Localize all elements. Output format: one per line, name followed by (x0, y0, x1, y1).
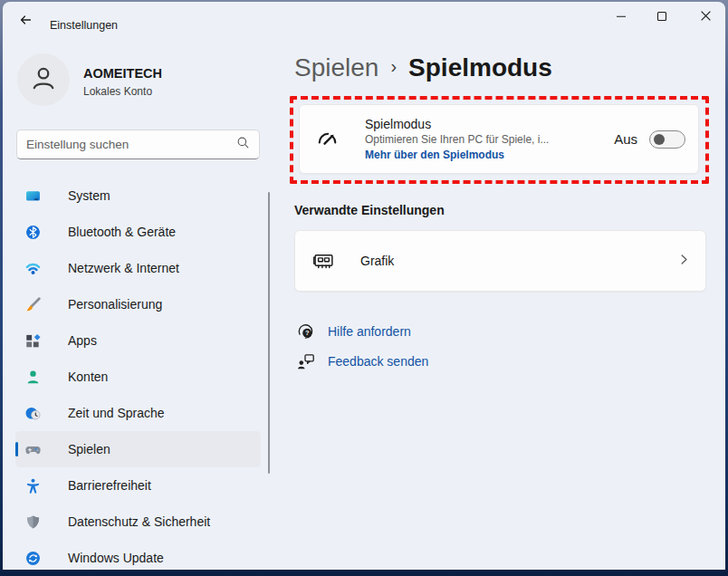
maximize-icon (656, 9, 667, 25)
sidebar-item-label: Zeit und Sprache (68, 406, 165, 420)
sidebar-item-gaming[interactable]: Spielen (15, 431, 261, 467)
game-mode-text: Spielmodus Optimieren Sie Ihren PC für S… (365, 116, 614, 163)
minimize-icon (616, 9, 627, 25)
sidebar-item-label: System (68, 188, 110, 203)
sidebar-item-personalization[interactable]: Personalisierung (15, 286, 261, 322)
person-icon (28, 62, 59, 97)
highlight-annotation: Spielmodus Optimieren Sie Ihren PC für S… (290, 96, 709, 184)
chevron-right-icon (677, 253, 691, 270)
minimize-button[interactable] (601, 2, 641, 33)
close-icon (700, 9, 712, 25)
privacy-icon (25, 514, 41, 530)
sidebar-item-label: Konten (68, 370, 108, 384)
get-help-icon: ? (297, 322, 315, 341)
account-type: Lokales Konto (83, 85, 152, 98)
send-feedback-label: Feedback senden (328, 354, 428, 369)
breadcrumb-parent[interactable]: Spielen (294, 53, 378, 82)
sidebar-item-label: Windows Update (68, 551, 164, 565)
time-language-icon (25, 406, 41, 421)
sidebar-item-label: Datenschutz & Sicherheit (68, 514, 210, 529)
page-title: Spielmodus (408, 53, 552, 82)
feedback-icon (297, 352, 315, 370)
sidebar-item-label: Netzwerk & Internet (68, 261, 179, 275)
sidebar-item-label: Spielen (68, 442, 110, 456)
game-mode-card: Spielmodus Optimieren Sie Ihren PC für S… (299, 104, 699, 174)
toggle-knob (654, 134, 665, 145)
search-box (16, 130, 260, 159)
close-button[interactable] (685, 2, 725, 33)
sidebar-item-time-language[interactable]: Zeit und Sprache (15, 395, 261, 431)
scrollbar[interactable] (268, 192, 270, 474)
breadcrumb: Spielen › Spielmodus (294, 53, 552, 82)
sidebar-item-windows-update[interactable]: Windows Update (15, 540, 261, 570)
sidebar-item-system[interactable]: System (15, 178, 261, 214)
sidebar-item-label: Bluetooth & Geräte (68, 225, 176, 239)
game-mode-toggle[interactable] (649, 130, 685, 149)
network-icon (25, 261, 41, 276)
search-icon (236, 136, 250, 153)
back-arrow-icon (18, 13, 33, 31)
windows-update-icon (25, 551, 41, 566)
graphics-card[interactable]: Grafik (294, 230, 706, 292)
graphics-label: Grafik (360, 254, 677, 268)
apps-icon (25, 333, 41, 349)
chevron-right-icon: › (390, 56, 397, 77)
game-mode-description: Optimieren Sie Ihren PC für Spiele, i... (365, 132, 614, 148)
settings-window: Einstellungen AOMEITECH Lokales Konto Sy… (3, 2, 725, 570)
maximize-button[interactable] (642, 2, 682, 33)
get-help-label: Hilfe anfordern (328, 324, 411, 339)
sidebar-item-label: Barrierefreiheit (68, 478, 151, 493)
sidebar-item-label: Personalisierung (68, 297, 162, 312)
back-button[interactable] (12, 9, 39, 34)
window-title: Einstellungen (50, 19, 118, 32)
accounts-icon (25, 370, 41, 385)
svg-text:?: ? (305, 329, 310, 337)
game-mode-link[interactable]: Mehr über den Spielmodus (365, 148, 614, 163)
sidebar-item-accounts[interactable]: Konten (15, 359, 261, 395)
sidebar-item-network[interactable]: Netzwerk & Internet (15, 250, 261, 286)
gpu-icon (312, 250, 335, 273)
game-mode-title: Spielmodus (365, 116, 614, 132)
gaming-icon (25, 442, 41, 457)
related-settings-heading: Verwandte Einstellungen (294, 203, 445, 217)
bluetooth-icon (25, 225, 41, 240)
sidebar-item-apps[interactable]: Apps (15, 322, 261, 359)
account-name: AOMEITECH (83, 66, 162, 81)
gauge-icon (315, 127, 340, 151)
personalization-icon (25, 297, 41, 312)
game-mode-toggle-group: Aus (614, 130, 685, 149)
sidebar-item-privacy[interactable]: Datenschutz & Sicherheit (15, 504, 261, 540)
sidebar-nav: System Bluetooth & Geräte Netzwerk & Int… (15, 178, 261, 570)
toggle-state-label: Aus (614, 131, 637, 147)
sidebar-item-label: Apps (68, 333, 97, 348)
search-input[interactable] (26, 138, 236, 151)
sidebar-item-accessibility[interactable]: Barrierefreiheit (15, 467, 261, 504)
system-icon (25, 188, 41, 204)
avatar[interactable] (17, 53, 70, 106)
accessibility-icon (25, 478, 41, 494)
get-help-link[interactable]: ? Hilfe anfordern (297, 322, 411, 341)
sidebar-item-bluetooth[interactable]: Bluetooth & Geräte (15, 214, 261, 250)
send-feedback-link[interactable]: Feedback senden (297, 352, 428, 370)
